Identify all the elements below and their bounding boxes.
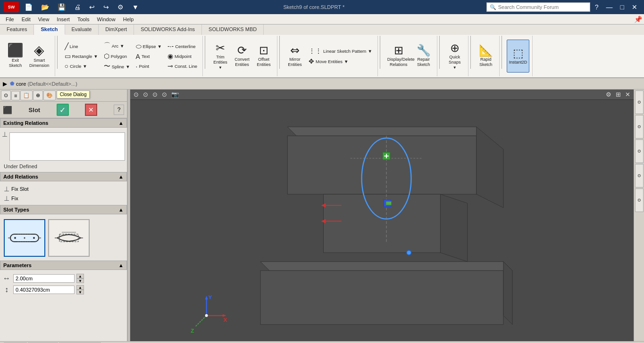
- point-btn[interactable]: ·Point: [134, 62, 164, 71]
- section-view-btn[interactable]: ⊙: [160, 90, 168, 98]
- vp-settings-btn[interactable]: ⚙: [604, 90, 613, 98]
- vp-expand-btn[interactable]: ⊞: [614, 90, 622, 98]
- menu-file[interactable]: File: [2, 16, 18, 23]
- slot-types-header[interactable]: Slot Types ▲: [0, 205, 127, 214]
- rectangle-btn[interactable]: ▭Rectangle ▼: [62, 51, 100, 61]
- view-orient-btn[interactable]: ⊙: [132, 90, 140, 98]
- divider-6: [470, 36, 471, 69]
- exit-sketch-btn[interactable]: ⬛ ExitSketch: [5, 40, 26, 73]
- param-width-down[interactable]: ▼: [76, 278, 84, 283]
- menu-edit[interactable]: Edit: [18, 16, 34, 23]
- hide-show-btn[interactable]: ⊙: [151, 90, 159, 98]
- rebuild-btn[interactable]: ⚙: [115, 2, 126, 12]
- param-height-icon: ↕: [2, 286, 11, 294]
- add-relations-collapse-icon: ▲: [118, 174, 124, 180]
- check-button[interactable]: ✓: [57, 104, 69, 116]
- tab-evaluate[interactable]: Evaluate: [65, 24, 99, 35]
- panel-btn-5[interactable]: 🎨: [43, 90, 56, 100]
- tab-addins[interactable]: SOLIDWORKS Add-Ins: [134, 24, 202, 35]
- move-entities-btn[interactable]: ✥ Move Entities ▼: [306, 57, 375, 66]
- trim-entities-btn[interactable]: ✂ TrimEntities ▼: [210, 40, 231, 73]
- constline-btn[interactable]: ⊸Const. Line: [165, 61, 200, 71]
- close-btn[interactable]: ✕: [629, 2, 640, 12]
- linear-sketch-pattern-btn[interactable]: ⋮⋮ Linear Sketch Pattern ▼: [306, 46, 375, 56]
- quick-snaps-btn[interactable]: ⊕ QuickSnaps ▼: [444, 40, 465, 73]
- tab-sketch[interactable]: Sketch: [34, 24, 65, 35]
- expand-arrow[interactable]: ▶: [3, 81, 7, 87]
- param-height-spinner[interactable]: ▲ ▼: [76, 285, 84, 294]
- minimize-btn[interactable]: —: [603, 2, 616, 12]
- instant2d-btn[interactable]: ⬚ Instant2D: [507, 40, 530, 73]
- rapid-sketch-btn[interactable]: 📐 RapidSketch: [476, 40, 496, 73]
- ellipse-btn[interactable]: ⬭Ellipse ▼: [134, 41, 164, 51]
- search-bar[interactable]: 🔍: [486, 2, 590, 12]
- panel-btn-4[interactable]: ⊕: [33, 90, 43, 100]
- slot-type-2-btn[interactable]: [48, 219, 90, 257]
- param-width-input[interactable]: [13, 274, 75, 283]
- add-relations-header[interactable]: Add Relations ▲: [0, 172, 127, 181]
- tab-mbd[interactable]: SOLIDWORKS MBD: [202, 24, 264, 35]
- text-btn[interactable]: AText: [134, 52, 164, 61]
- relations-list-box[interactable]: [9, 132, 125, 161]
- spline-btn[interactable]: 〜Spline ▼: [101, 61, 133, 72]
- vp-close-btn[interactable]: ✕: [624, 90, 632, 98]
- convert-entities-btn[interactable]: ⟳ ConvertEntities: [232, 40, 252, 73]
- panel-scroll[interactable]: Existing Relations ▲ ⊥ Under Defined Add…: [0, 118, 127, 341]
- param-width-up[interactable]: ▲: [76, 274, 84, 278]
- panel-btn-2[interactable]: ≡: [11, 91, 20, 100]
- panel-btn-3[interactable]: 📋: [20, 90, 33, 100]
- pin-btn[interactable]: 📌: [634, 16, 642, 23]
- circle-btn[interactable]: ○Circle ▼: [62, 61, 100, 71]
- panel-btn-1[interactable]: ⊙: [1, 90, 11, 100]
- existing-relations-content: ⊥ Under Defined: [0, 129, 127, 172]
- menu-tools[interactable]: Tools: [74, 16, 93, 23]
- menu-help[interactable]: Help: [119, 16, 138, 23]
- param-height-input[interactable]: [13, 286, 75, 294]
- line-btn[interactable]: ╱Line: [62, 41, 100, 51]
- polygon-btn[interactable]: ⬡Polygon: [101, 51, 133, 61]
- param-width-spinner[interactable]: ▲ ▼: [76, 274, 84, 283]
- save-btn[interactable]: 💾: [55, 2, 68, 12]
- centerline-btn[interactable]: -·-Centerline: [165, 41, 200, 51]
- cancel-button[interactable]: ✕: [85, 104, 97, 116]
- menu-insert[interactable]: Insert: [53, 16, 74, 23]
- offset-label: OffsetEntities: [257, 57, 271, 67]
- maximize-btn[interactable]: □: [618, 2, 627, 12]
- view-camera-btn[interactable]: 📷: [170, 90, 180, 98]
- redo-btn[interactable]: ↪: [100, 2, 112, 12]
- tab-features[interactable]: Features: [0, 24, 34, 35]
- undo-btn[interactable]: ↩: [86, 2, 98, 12]
- options-btn[interactable]: ▼: [129, 2, 142, 12]
- smart-dim-icon: ◈: [34, 44, 44, 57]
- offset-entities-btn[interactable]: ⊡ OffsetEntities: [253, 40, 274, 73]
- midpoint-btn[interactable]: ◉Midpoint: [165, 51, 200, 61]
- linear-pattern-dropdown: ▼: [368, 49, 372, 54]
- fix-item[interactable]: ⊥ Fix: [2, 194, 125, 203]
- display-delete-relations-btn[interactable]: ⊞ Display/DeleteRelations: [385, 40, 412, 73]
- help-icon[interactable]: ?: [592, 2, 602, 12]
- open-btn[interactable]: 📂: [38, 2, 52, 12]
- arc-btn[interactable]: ⌒Arc ▼: [101, 41, 133, 51]
- mirror-entities-btn[interactable]: ⇔ MirrorEntities: [284, 40, 305, 73]
- menu-window[interactable]: Window: [93, 16, 119, 23]
- search-input[interactable]: [498, 4, 574, 10]
- print-btn[interactable]: 🖨: [71, 2, 84, 12]
- view-display-btn[interactable]: ⊙: [142, 90, 150, 98]
- viewport[interactable]: ⊙ ⊙ ⊙ ⊙ 📷 ⚙ ⊞ ✕: [130, 90, 634, 341]
- tab-dimxpert[interactable]: DimXpert: [99, 24, 134, 35]
- param-height-up[interactable]: ▲: [76, 285, 84, 290]
- new-btn[interactable]: 📄: [22, 2, 35, 12]
- tree-item-core[interactable]: ⬟ core (Default<<Default>...): [10, 81, 77, 87]
- fix-slot-item[interactable]: ⊥ Fix Slot: [2, 184, 125, 194]
- param-height-down[interactable]: ▼: [76, 290, 84, 294]
- divider-5: [439, 36, 440, 69]
- existing-relations-header[interactable]: Existing Relations ▲: [0, 118, 127, 128]
- help-button[interactable]: ?: [114, 105, 124, 115]
- svg-marker-19: [503, 261, 512, 325]
- slot-type-1-btn[interactable]: [4, 219, 45, 257]
- parameters-header[interactable]: Parameters ▲: [0, 261, 127, 270]
- repair-sketch-btn[interactable]: 🔧 RepairSketch: [413, 40, 434, 73]
- smart-dimension-btn[interactable]: ◈ SmartDimension: [27, 40, 52, 73]
- title-bar-left: SW 📄 📂 💾 🖨 ↩ ↪ ⚙ ▼: [4, 2, 142, 12]
- menu-view[interactable]: View: [34, 16, 53, 23]
